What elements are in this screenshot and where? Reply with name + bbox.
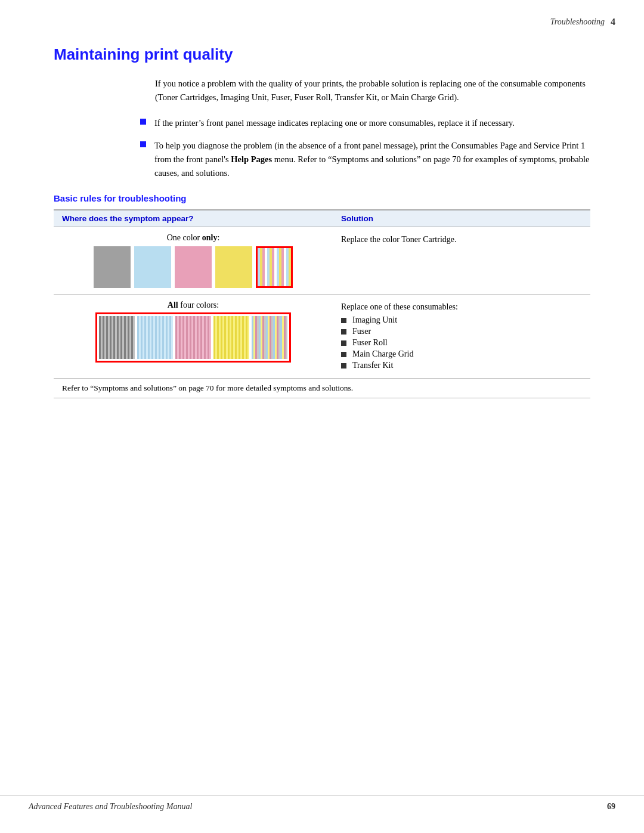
swatch2-gray bbox=[99, 316, 135, 359]
section-heading: Basic rules for troubleshooting bbox=[54, 193, 590, 203]
sol-item-5: Transfer Kit bbox=[341, 361, 582, 370]
sol-bullet-icon-1 bbox=[341, 318, 346, 323]
swatch-yellow-1 bbox=[215, 246, 252, 288]
bullet-text-2: To help you diagnose the problem (in the… bbox=[154, 139, 590, 181]
solution-items-list: Imaging Unit Fuser Fuser Roll bbox=[341, 315, 582, 370]
bullet-list: If the printer’s front panel message ind… bbox=[140, 116, 590, 180]
bullet-icon-1 bbox=[140, 119, 146, 125]
header-chapter-number: 4 bbox=[611, 17, 615, 27]
col2-header: Solution bbox=[333, 210, 590, 227]
swatch2-lightblue bbox=[137, 316, 173, 359]
help-pages-bold: Help Pages bbox=[231, 154, 272, 164]
table-header-row: Where does the symptom appear? Solution bbox=[54, 210, 590, 227]
troubleshoot-table: Where does the symptom appear? Solution … bbox=[54, 209, 590, 398]
bullet-text-1: If the printer’s front panel message ind… bbox=[154, 116, 590, 130]
col1-header: Where does the symptom appear? bbox=[54, 210, 333, 227]
sol-bullet-icon-3 bbox=[341, 340, 346, 346]
page-footer: Advanced Features and Troubleshooting Ma… bbox=[0, 795, 644, 812]
swatch-gray-1 bbox=[94, 246, 131, 288]
swatch-pink-1 bbox=[175, 246, 212, 288]
row1-solution-text: Replace the color Toner Cartridge. bbox=[341, 235, 457, 244]
sol-bullet-icon-2 bbox=[341, 329, 346, 335]
sol-item-text-3: Fuser Roll bbox=[352, 338, 388, 348]
sol-item-text-5: Transfer Kit bbox=[352, 361, 393, 370]
only-bold: only bbox=[202, 233, 218, 242]
table-note-row: Refer to “Symptoms and solutions” on pag… bbox=[54, 378, 590, 398]
row2-symptom: All four colors: bbox=[54, 295, 333, 378]
footer-page-number: 69 bbox=[607, 802, 615, 812]
row1-solution: Replace the color Toner Cartridge. bbox=[333, 227, 590, 295]
swatch2-yellow bbox=[213, 316, 249, 359]
all-bold: All bbox=[168, 301, 178, 309]
sol-item-1: Imaging Unit bbox=[341, 315, 582, 325]
sol-item-text-1: Imaging Unit bbox=[352, 315, 397, 325]
sol-item-4: Main Charge Grid bbox=[341, 349, 582, 359]
swatch-lightblue-1 bbox=[134, 246, 171, 288]
bullet-icon-2 bbox=[140, 141, 146, 147]
row1-symptom: One color only: bbox=[54, 227, 333, 295]
intro-paragraph: If you notice a problem with the quality… bbox=[155, 77, 590, 104]
header-chapter-label: Troubleshooting bbox=[550, 17, 605, 27]
swatch2-pink bbox=[175, 316, 211, 359]
row2-solution: Replace one of these consumables: Imagin… bbox=[333, 295, 590, 378]
swatches-row1 bbox=[62, 246, 324, 288]
sol-item-3: Fuser Roll bbox=[341, 338, 582, 348]
swatches-row2-bordered bbox=[95, 312, 291, 363]
swatch-striped-1 bbox=[256, 246, 293, 288]
bullet-item-2: To help you diagnose the problem (in the… bbox=[140, 139, 590, 181]
one-color-label: One color only: bbox=[62, 233, 324, 243]
page-header: Troubleshooting 4 bbox=[0, 0, 644, 33]
swatch2-striped bbox=[252, 316, 287, 359]
sol-bullet-icon-5 bbox=[341, 363, 346, 368]
bullet-item-1: If the printer’s front panel message ind… bbox=[140, 116, 590, 130]
table-row-1: One color only: Replace the color Toner … bbox=[54, 227, 590, 295]
page-title: Maintaining print quality bbox=[54, 45, 590, 64]
content-area: Maintaining print quality If you notice … bbox=[0, 33, 644, 434]
sol-item-text-2: Fuser bbox=[352, 327, 371, 336]
page-container: Troubleshooting 4 Maintaining print qual… bbox=[0, 0, 644, 833]
table-note-cell: Refer to “Symptoms and solutions” on pag… bbox=[54, 378, 590, 398]
all-colors-label: All four colors: bbox=[62, 301, 324, 310]
table-row-2: All four colors: bbox=[54, 295, 590, 378]
footer-title: Advanced Features and Troubleshooting Ma… bbox=[29, 802, 192, 812]
sol-bullet-icon-4 bbox=[341, 352, 346, 357]
row2-solution-header: Replace one of these consumables: bbox=[341, 301, 582, 314]
sol-item-text-4: Main Charge Grid bbox=[352, 349, 413, 359]
sol-item-2: Fuser bbox=[341, 327, 582, 336]
